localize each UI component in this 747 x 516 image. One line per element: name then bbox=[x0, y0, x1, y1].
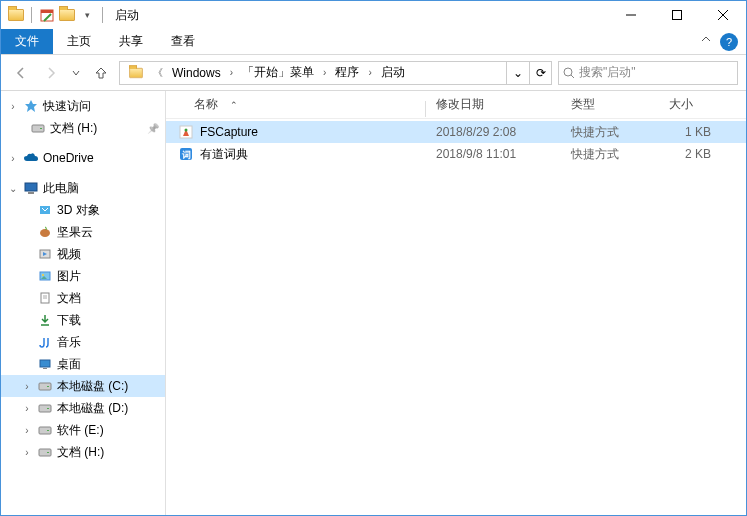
qat-dropdown[interactable]: ▾ bbox=[78, 6, 96, 24]
breadcrumb-seg-2[interactable]: 程序 bbox=[331, 62, 363, 84]
chevron-right-icon[interactable]: › bbox=[21, 403, 33, 414]
svg-rect-24 bbox=[43, 368, 47, 369]
chevron-right-icon[interactable]: › bbox=[21, 425, 33, 436]
svg-rect-13 bbox=[40, 206, 50, 214]
nav-label: 桌面 bbox=[57, 356, 81, 373]
col-header-size[interactable]: 大小 bbox=[659, 96, 721, 113]
nav-pc-item[interactable]: ›软件 (E:) bbox=[1, 419, 165, 441]
nav-label: 下载 bbox=[57, 312, 81, 329]
svg-point-34 bbox=[185, 129, 188, 132]
chevron-right-icon[interactable]: › bbox=[320, 67, 329, 78]
nav-pc-item[interactable]: 视频 bbox=[1, 243, 165, 265]
nav-up-button[interactable] bbox=[89, 61, 113, 85]
col-header-type[interactable]: 类型 bbox=[561, 96, 659, 113]
svg-rect-26 bbox=[47, 386, 49, 387]
file-icon bbox=[178, 124, 194, 140]
file-type: 快捷方式 bbox=[561, 124, 659, 141]
breadcrumb-seg-3[interactable]: 启动 bbox=[377, 62, 409, 84]
minimize-button[interactable] bbox=[608, 1, 654, 29]
ribbon-expand-icon[interactable] bbox=[700, 33, 712, 45]
nav-label: 视频 bbox=[57, 246, 81, 263]
svg-line-7 bbox=[571, 75, 574, 78]
sort-indicator-icon: ⌃ bbox=[230, 100, 238, 110]
chevron-right-icon[interactable]: › bbox=[21, 447, 33, 458]
folder-icon bbox=[36, 201, 54, 219]
qat-new-folder[interactable] bbox=[58, 6, 76, 24]
file-list[interactable]: FSCapture 2018/8/29 2:08 快捷方式 1 KB 词有道词典… bbox=[166, 119, 746, 165]
refresh-button[interactable]: ⟳ bbox=[529, 62, 551, 84]
breadcrumb-root-icon[interactable] bbox=[124, 62, 148, 84]
nav-this-pc[interactable]: ⌄ 此电脑 bbox=[1, 177, 165, 199]
nav-recent-dropdown[interactable] bbox=[69, 61, 83, 85]
close-button[interactable] bbox=[700, 1, 746, 29]
nav-quick-item-0[interactable]: 文档 (H:) bbox=[1, 117, 165, 139]
nav-pc-item[interactable]: 下载 bbox=[1, 309, 165, 331]
chevron-down-icon[interactable]: ⌄ bbox=[7, 183, 19, 194]
search-input[interactable]: 搜索"启动" bbox=[558, 61, 738, 85]
svg-point-14 bbox=[40, 229, 50, 237]
nav-pc-item[interactable]: 坚果云 bbox=[1, 221, 165, 243]
nav-pc-item[interactable]: 3D 对象 bbox=[1, 199, 165, 221]
file-row[interactable]: FSCapture 2018/8/29 2:08 快捷方式 1 KB bbox=[166, 121, 746, 143]
nav-pane[interactable]: › 快速访问 文档 (H:) › OneDrive ⌄ 此电脑 3D 对象坚果云… bbox=[1, 91, 166, 515]
folder-icon bbox=[36, 399, 54, 417]
nav-back-button[interactable] bbox=[9, 61, 33, 85]
file-date: 2018/8/29 2:08 bbox=[426, 125, 561, 139]
nav-label: 此电脑 bbox=[43, 180, 79, 197]
chevron-right-icon[interactable]: › bbox=[365, 67, 374, 78]
ribbon-tab-home[interactable]: 主页 bbox=[53, 29, 105, 54]
search-placeholder: 搜索"启动" bbox=[579, 64, 636, 81]
nav-pc-item[interactable]: ›文档 (H:) bbox=[1, 441, 165, 463]
main: › 快速访问 文档 (H:) › OneDrive ⌄ 此电脑 3D 对象坚果云… bbox=[1, 91, 746, 515]
chevron-right-icon[interactable]: › bbox=[21, 381, 33, 392]
file-size: 2 KB bbox=[659, 147, 721, 161]
nav-pc-item[interactable]: ›本地磁盘 (C:) bbox=[1, 375, 165, 397]
col-header-date[interactable]: 修改日期 bbox=[426, 96, 561, 113]
breadcrumb-seg-0[interactable]: Windows bbox=[168, 62, 225, 84]
nav-pc-item[interactable]: 桌面 bbox=[1, 353, 165, 375]
chevron-right-icon[interactable]: › bbox=[227, 67, 236, 78]
chevron-right-icon[interactable]: 《 bbox=[150, 66, 166, 80]
nav-label: 文档 (H:) bbox=[50, 120, 97, 137]
nav-label: 3D 对象 bbox=[57, 202, 100, 219]
svg-rect-12 bbox=[28, 192, 34, 194]
folder-icon bbox=[36, 355, 54, 373]
nav-label: 本地磁盘 (D:) bbox=[57, 400, 128, 417]
chevron-right-icon[interactable]: › bbox=[7, 153, 19, 164]
nav-onedrive[interactable]: › OneDrive bbox=[1, 147, 165, 169]
folder-icon bbox=[36, 421, 54, 439]
nav-pc-item[interactable]: 音乐 bbox=[1, 331, 165, 353]
nav-label: 音乐 bbox=[57, 334, 81, 351]
file-type: 快捷方式 bbox=[561, 146, 659, 163]
nav-pc-item[interactable]: 文档 bbox=[1, 287, 165, 309]
file-size: 1 KB bbox=[659, 125, 721, 139]
breadcrumb[interactable]: 《 Windows › 「开始」菜单 › 程序 › 启动 ⌄ ⟳ bbox=[119, 61, 552, 85]
ribbon-file-tab[interactable]: 文件 bbox=[1, 29, 53, 54]
nav-label: 文档 bbox=[57, 290, 81, 307]
maximize-button[interactable] bbox=[654, 1, 700, 29]
nav-forward-button[interactable] bbox=[39, 61, 63, 85]
ribbon-tab-share[interactable]: 共享 bbox=[105, 29, 157, 54]
chevron-right-icon[interactable]: › bbox=[7, 101, 19, 112]
svg-rect-9 bbox=[32, 125, 44, 132]
ribbon-tab-view[interactable]: 查看 bbox=[157, 29, 209, 54]
breadcrumb-seg-1[interactable]: 「开始」菜单 bbox=[238, 62, 318, 84]
column-headers: 名称⌃ 修改日期 类型 大小 bbox=[166, 91, 746, 119]
svg-rect-3 bbox=[673, 11, 682, 20]
svg-rect-29 bbox=[39, 427, 51, 434]
qat-properties[interactable] bbox=[38, 6, 56, 24]
help-icon[interactable]: ? bbox=[720, 33, 738, 51]
col-header-name[interactable]: 名称⌃ bbox=[166, 96, 426, 113]
nav-pc-item[interactable]: 图片 bbox=[1, 265, 165, 287]
breadcrumb-dropdown[interactable]: ⌄ bbox=[507, 62, 529, 84]
svg-rect-28 bbox=[47, 408, 49, 409]
nav-quick-access[interactable]: › 快速访问 bbox=[1, 95, 165, 117]
nav-pc-item[interactable]: ›本地磁盘 (D:) bbox=[1, 397, 165, 419]
star-icon bbox=[22, 97, 40, 115]
svg-rect-31 bbox=[39, 449, 51, 456]
file-row[interactable]: 词有道词典 2018/9/8 11:01 快捷方式 2 KB bbox=[166, 143, 746, 165]
svg-rect-32 bbox=[47, 452, 49, 453]
folder-icon[interactable] bbox=[7, 6, 25, 24]
folder-icon bbox=[36, 311, 54, 329]
file-icon: 词 bbox=[178, 146, 194, 162]
